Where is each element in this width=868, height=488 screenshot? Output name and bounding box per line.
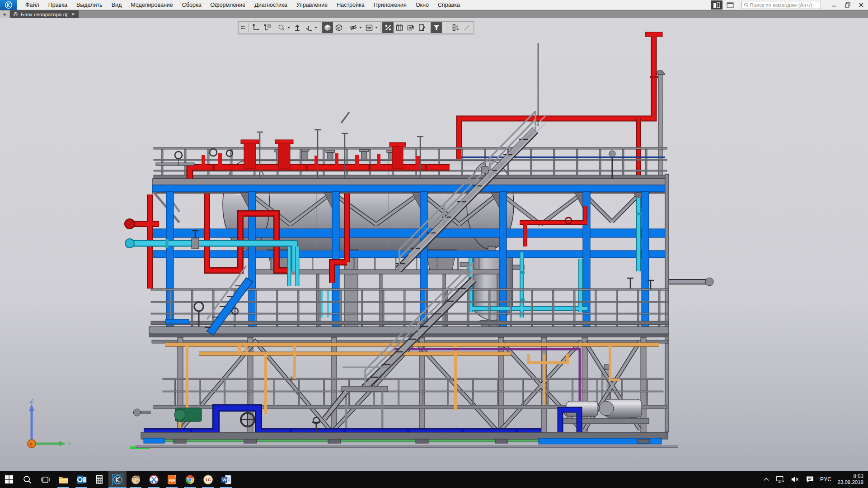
start-button[interactable] — [0, 471, 18, 488]
1c-icon: 1С — [203, 474, 213, 485]
taskbar-kompas-3d[interactable] — [108, 471, 127, 488]
menu-bar: Файл Правка Выделить Вид Моделирование С… — [0, 0, 868, 10]
close-button[interactable] — [854, 0, 868, 10]
network-icon[interactable] — [776, 475, 785, 483]
tray-expand-chevron-icon[interactable] — [763, 476, 770, 483]
assembly-document-icon — [13, 11, 19, 17]
taskbar-pdf-viewer[interactable]: PDF — [163, 471, 181, 488]
menu-file[interactable]: Файл — [21, 0, 44, 10]
pdf-label: PDF — [169, 479, 175, 482]
language-indicator[interactable]: РУС — [820, 476, 832, 483]
menu-diagnostics[interactable]: Диагностика — [250, 0, 291, 10]
dark-blue-piping — [144, 408, 579, 436]
menu-management[interactable]: Управление — [292, 0, 333, 10]
kompas-app-logo — [0, 0, 17, 10]
toolbar-grip-handle[interactable] — [240, 22, 247, 33]
outlook-icon — [76, 474, 87, 485]
wireframe-view-icon[interactable] — [333, 22, 344, 33]
tab-close-icon[interactable]: ✕ — [70, 12, 76, 17]
snipping-tool-icon — [149, 474, 159, 485]
separator-skid-3d-model — [0, 18, 868, 471]
menu-drawing[interactable]: Оформление — [206, 0, 250, 10]
layout-panels-icon[interactable] — [711, 0, 723, 9]
zoom-fit-icon[interactable] — [291, 22, 303, 33]
hide-objects-icon[interactable] — [347, 22, 359, 33]
taskbar-snipping-tool[interactable] — [145, 471, 163, 488]
new-document-tab-button[interactable]: + — [0, 10, 10, 18]
zoom-dropdown-arrow[interactable] — [287, 27, 290, 28]
sketch-mode-icon[interactable] — [416, 22, 427, 33]
menu-select[interactable]: Выделить — [72, 0, 107, 10]
notification-center-icon[interactable] — [806, 475, 814, 483]
orientation-icon[interactable] — [303, 22, 314, 33]
orientation-dropdown-arrow[interactable] — [314, 27, 317, 28]
task-view-button[interactable] — [36, 471, 54, 488]
task-view-icon — [41, 475, 50, 484]
taskbar-outlook[interactable] — [72, 471, 90, 488]
tab-title: Блок сепаратора пр... — [21, 12, 68, 17]
menu-settings[interactable]: Настройка — [332, 0, 369, 10]
clock-time: 8:53 — [837, 474, 863, 479]
layout-window-icon[interactable] — [724, 0, 736, 9]
1c-label: 1С — [205, 477, 211, 482]
file-explorer-icon — [58, 474, 69, 485]
pdf-icon: PDF — [167, 474, 177, 485]
show-objects-icon[interactable] — [363, 22, 375, 33]
top-platform-railing — [154, 147, 667, 179]
windows-logo-icon — [5, 475, 14, 484]
main-menu: Файл Правка Выделить Вид Моделирование С… — [21, 0, 464, 10]
local-coordinate-system-icon[interactable] — [261, 22, 272, 33]
zoom-area-icon[interactable] — [276, 22, 287, 33]
command-search[interactable] — [741, 1, 821, 9]
search-input[interactable] — [749, 2, 819, 8]
eyedropper-icon[interactable] — [461, 22, 472, 33]
restore-button[interactable] — [841, 0, 854, 10]
taskbar-calculator[interactable] — [90, 471, 108, 488]
clock-date: 23.09.2019 — [837, 479, 863, 485]
triad-z-label: Z — [30, 399, 33, 404]
hide-dropdown-arrow[interactable] — [359, 27, 362, 28]
triad-x-label: X — [29, 442, 32, 446]
view-toolbar — [238, 21, 474, 34]
menu-modeling[interactable]: Моделирование — [126, 0, 178, 10]
component-display-icon[interactable] — [405, 22, 416, 33]
section-view-icon[interactable] — [382, 22, 394, 33]
menu-window[interactable]: Окно — [411, 0, 433, 10]
search-icon — [23, 475, 32, 484]
coordinate-system-icon[interactable] — [250, 22, 261, 33]
triad-y-label: Y — [68, 440, 70, 447]
filter-dropdown-arrow[interactable] — [442, 27, 445, 28]
taskbar-1c[interactable]: 1С — [199, 471, 217, 488]
menu-view[interactable]: Вид — [107, 0, 127, 10]
menu-edit[interactable]: Правка — [44, 0, 72, 10]
search-icon — [744, 2, 749, 8]
document-tab-bar: + Блок сепаратора пр... ✕ — [0, 10, 868, 18]
grid-display-icon[interactable] — [394, 22, 405, 33]
menu-applications[interactable]: Приложения — [369, 0, 411, 10]
kompas-logo-icon — [5, 1, 13, 9]
orientation-triad[interactable]: X Z Y — [17, 399, 70, 453]
chrome-icon — [185, 474, 195, 485]
calculator-icon — [94, 474, 104, 484]
tab-separator-assembly[interactable]: Блок сепаратора пр... ✕ — [10, 10, 79, 18]
word-label: W — [222, 477, 226, 482]
taskbar-word[interactable]: W — [217, 471, 235, 488]
shaded-view-icon[interactable] — [322, 22, 333, 33]
model-viewport[interactable]: X Z Y — [0, 18, 868, 471]
show-dropdown-arrow[interactable] — [375, 27, 378, 28]
volume-muted-icon[interactable] — [791, 475, 800, 483]
menu-assembly[interactable]: Сборка — [178, 0, 206, 10]
filter-objects-icon[interactable] — [431, 22, 442, 33]
minimize-button[interactable] — [827, 0, 841, 10]
right-nozzle-stub — [669, 278, 713, 286]
taskbar-search-button[interactable] — [18, 471, 36, 488]
taskbar-paint[interactable] — [127, 471, 145, 488]
paint-icon — [131, 474, 141, 485]
taskbar-file-explorer[interactable] — [54, 471, 72, 488]
word-icon: W — [221, 474, 231, 485]
menu-help[interactable]: Справка — [433, 0, 464, 10]
taskbar-chrome[interactable] — [181, 471, 199, 488]
measure-icon[interactable] — [450, 22, 461, 33]
kompas-3d-icon — [112, 474, 123, 485]
taskbar-clock[interactable]: 8:53 23.09.2019 — [837, 474, 863, 485]
